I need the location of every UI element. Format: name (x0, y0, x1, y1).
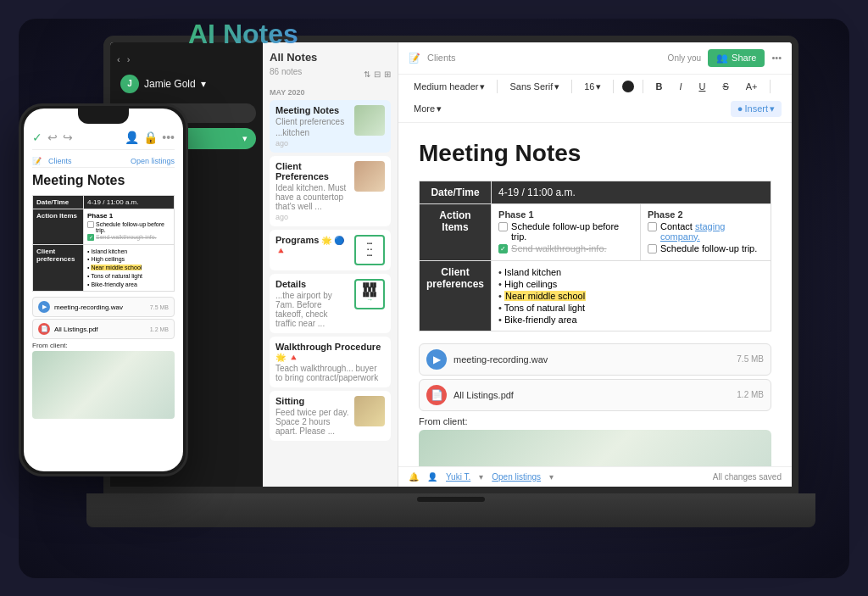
chevron-right-icon[interactable]: › (127, 54, 131, 64)
more-chevron-icon: ▾ (437, 103, 442, 114)
font-chevron-icon: ▾ (554, 81, 559, 92)
note-thumbnail (354, 105, 385, 136)
note-item-text: Client Preferences Ideal kitchen. Must h… (275, 161, 349, 221)
lock-icon[interactable]: 🔒 (143, 131, 158, 144)
phone-attachment-row[interactable]: ▶ meeting-recording.wav 7.5 MB (32, 297, 175, 317)
underline-button[interactable]: U (693, 80, 710, 93)
checkbox-checked[interactable]: ✓ (498, 244, 508, 253)
user-icon[interactable]: 👤 (125, 131, 139, 144)
bold-button[interactable]: B (650, 80, 667, 93)
insert-icon: ● (737, 103, 743, 114)
attachment-size: 7.5 MB (737, 354, 764, 364)
checkbox-label: Schedule follow-up trip. (660, 243, 757, 253)
note-time: ago (275, 213, 349, 221)
listings-chevron-icon: ▾ (549, 472, 554, 482)
editor-topbar: 📝 Clients Only you 👥 Share ••• (398, 42, 792, 75)
audio-icon: ▶ (426, 349, 447, 370)
user-chevron-icon: ▾ (479, 472, 483, 482)
editor-footer: 🔔 👤 Yuki T. ▾ Open listings ▾ All change… (398, 466, 792, 487)
note-preview2: ...kitchen (275, 128, 349, 137)
phone-checkbox-checked[interactable]: ✓ (87, 234, 94, 241)
color-picker[interactable] (622, 81, 634, 92)
profile-icon[interactable]: 👤 (427, 472, 437, 482)
phone-listings[interactable]: Open listings (131, 157, 175, 165)
note-title: Sitting (275, 396, 349, 406)
phone-prefs-cell: • Island kitchen • High ceilings • Near … (84, 244, 175, 292)
sort-icon[interactable]: ⇅ (364, 70, 370, 79)
phone-breadcrumb-text: Clients (48, 157, 72, 165)
filter-icon[interactable]: ⊟ (374, 70, 381, 79)
redo-icon[interactable]: ↪ (63, 131, 73, 144)
datetime-value: 4-19 / 11:00 a.m. (492, 181, 771, 203)
phone-checkbox-row: ✓ Send walkthrough-info. (87, 234, 170, 241)
note-item[interactable]: Client Preferences Ideal kitchen. Must h… (270, 156, 391, 226)
phase1-cell: Phase 1 Schedule follow-up before trip. … (492, 203, 641, 260)
laptop-notch (417, 497, 485, 502)
date-group: MAY 2020 (270, 88, 391, 97)
list-item: • Near middle school (87, 264, 170, 272)
note-item[interactable]: Programs 🌟 🔵 🔺 ▪▪▪▪ ▪▪▪▪ (270, 230, 391, 270)
more-icon[interactable]: ••• (162, 131, 175, 144)
size-label: 16 (584, 81, 594, 92)
note-item[interactable]: Sitting Feed twice per day. Space 2 hour… (270, 391, 391, 441)
strikethrough-button[interactable]: S (717, 80, 733, 93)
editor-breadcrumb: 📝 Clients (409, 53, 456, 64)
user-footer-label[interactable]: Yuki T. (446, 472, 470, 482)
list-item: • Tons of natural light (87, 272, 170, 281)
listings-label[interactable]: Open listings (492, 472, 541, 482)
sidebar-nav: ‹ › (117, 51, 256, 68)
font-size-increase[interactable]: A+ (741, 80, 763, 93)
phone-action1: Schedule follow-up before trip. (96, 221, 170, 233)
phone-table: Date/Time 4-19 / 11:00 a.m. Action Items… (32, 195, 175, 292)
phone-checkbox[interactable] (87, 221, 94, 228)
format-dropdown[interactable]: Medium header ▾ (409, 80, 490, 94)
more-options-icon[interactable]: ••• (771, 53, 782, 63)
note-preview: ...the airport by 7am. Before takeoff, c… (275, 291, 349, 328)
list-item: Near middle school (498, 290, 764, 302)
bell-icon[interactable]: 🔔 (409, 472, 419, 482)
toolbar-separator (643, 80, 643, 93)
note-item-text: Sitting Feed twice per day. Space 2 hour… (275, 396, 349, 436)
user-chevron-icon: ▾ (201, 78, 206, 90)
user-row[interactable]: J Jamie Gold ▾ (117, 68, 256, 100)
note-item[interactable]: Walkthrough Procedure 🌟 🔺 Teach walkthro… (270, 337, 391, 387)
more-dropdown[interactable]: More ▾ (409, 102, 447, 116)
insert-button[interactable]: ● Insert ▾ (731, 101, 782, 117)
checkbox[interactable] (648, 222, 657, 231)
editor-body: Meeting Notes Date/Time 4-19 / 11:00 a.m… (398, 123, 792, 466)
note-title: Details (275, 279, 349, 289)
chevron-left-icon[interactable]: ‹ (117, 54, 120, 64)
italic-button[interactable]: I (674, 80, 687, 93)
note-item-text: Meeting Notes Client preferences ...kitc… (275, 105, 349, 148)
editor-icon: 📝 (409, 53, 420, 64)
attachment-row[interactable]: 📄 All Listings.pdf 1.2 MB (419, 379, 771, 411)
phone-breadcrumb: 📝 Clients Open listings (32, 155, 175, 168)
note-item[interactable]: Details ...the airport by 7am. Before ta… (270, 274, 391, 333)
check-icon[interactable]: ✓ (32, 131, 42, 144)
phone-attachment-name: meeting-recording.wav (54, 304, 123, 311)
size-dropdown[interactable]: 16 ▾ (579, 80, 606, 94)
list-item: • High ceilings (87, 255, 170, 264)
phone-attachment-row[interactable]: 📄 All Listings.pdf 1.2 MB (32, 319, 175, 339)
user-avatar: J (120, 75, 139, 93)
phase2-cell: Phase 2 Contact staging company. Schedul… (640, 203, 771, 260)
checkbox[interactable] (648, 244, 657, 253)
note-item-text: Details ...the airport by 7am. Before ta… (275, 279, 349, 328)
note-thumbnail (354, 161, 385, 192)
note-item[interactable]: Meeting Notes Client preferences ...kitc… (270, 100, 391, 153)
grid-icon[interactable]: ⊞ (384, 70, 391, 79)
attachment-row[interactable]: ▶ meeting-recording.wav 7.5 MB (419, 343, 771, 376)
note-thumbnail (354, 396, 385, 426)
checkbox[interactable] (498, 222, 508, 231)
staging-link[interactable]: staging company. (660, 221, 725, 242)
undo-icon[interactable]: ↩ (47, 131, 58, 144)
phase1-header: Phase 1 (498, 209, 633, 220)
phone-phase1: Phase 1 (87, 212, 170, 220)
font-dropdown[interactable]: Sans Serif ▾ (504, 80, 565, 94)
list-item: • Bike-friendly area (87, 281, 170, 289)
share-button[interactable]: 👥 Share (708, 49, 765, 67)
checkbox-label: Schedule follow-up before trip. (511, 221, 633, 242)
laptop-base (86, 493, 815, 527)
note-title: Walkthrough Procedure 🌟 🔺 (275, 342, 385, 362)
insert-label: Insert (744, 103, 768, 114)
